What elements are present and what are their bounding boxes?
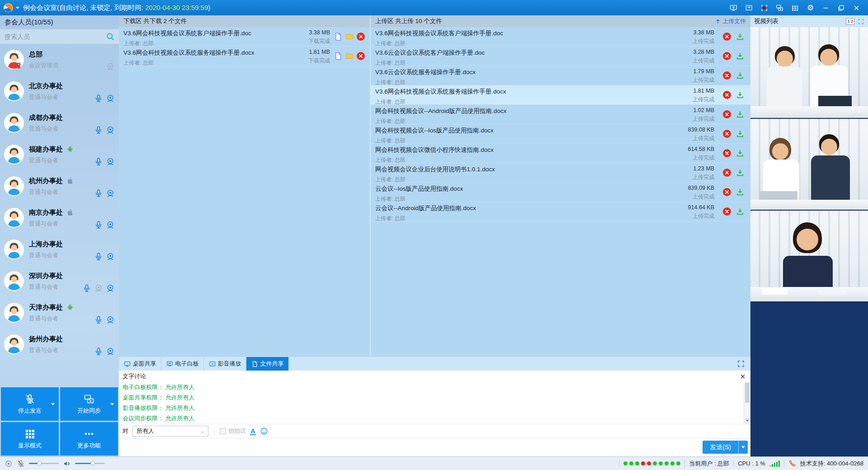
window-mode-icon[interactable] (743, 2, 755, 13)
participant-row[interactable]: 总部 会议管理员 (0, 44, 119, 76)
upload-file-row[interactable]: 网会科技视频会议--Android版产品使用指南.docx 上传者: 总部 1.… (371, 105, 750, 124)
open-file-icon[interactable] (334, 52, 343, 61)
download-file-icon[interactable] (736, 110, 744, 118)
mic-icon[interactable] (94, 94, 103, 103)
remove-file-icon[interactable] (356, 52, 365, 61)
upload-file-row[interactable]: 云会议--Ios版产品使用指南.docx 上传者: 总部 839.09 KB上传… (371, 183, 750, 202)
remove-file-icon[interactable] (722, 168, 731, 177)
maximize-restore-icon[interactable] (835, 2, 847, 13)
expand-panel-icon[interactable] (737, 360, 745, 368)
mic-icon[interactable] (94, 221, 103, 230)
mic-icon[interactable] (94, 315, 103, 324)
button-sync-screens[interactable]: 开始同步 (60, 387, 118, 421)
upload-file-row[interactable]: V3.6网会科技视频会议系统服务端操作手册.docx 上传者: 总部 1.81 … (371, 85, 750, 105)
video-layout-icon[interactable]: 1 2 (846, 18, 854, 25)
upload-file-row[interactable]: 网会科技视频会议--Ios版产品使用指南.docx 上传者: 总部 839.08… (371, 124, 750, 144)
dropdown-caret-icon[interactable] (51, 403, 55, 407)
mic-icon[interactable] (82, 284, 91, 293)
webcam-icon[interactable] (106, 221, 115, 230)
dropdown-caret-icon[interactable] (110, 403, 114, 407)
display-grid-icon[interactable] (789, 2, 801, 13)
send-button[interactable]: 发送(S) (703, 441, 748, 454)
upload-file-button[interactable]: 上传文件 (715, 17, 746, 25)
participant-row[interactable]: 杭州办事处 普通与会者 (0, 171, 119, 202)
download-file-icon[interactable] (736, 188, 744, 196)
button-mic-off[interactable]: 停止发言 (1, 387, 59, 421)
sync-screens-icon[interactable] (774, 2, 786, 13)
search-icon[interactable] (106, 32, 115, 41)
mic-volume-slider[interactable] (29, 463, 59, 464)
remove-file-icon[interactable] (722, 71, 731, 80)
settings-gear-icon[interactable]: ⚙ (804, 2, 816, 13)
mic-icon[interactable] (94, 347, 103, 356)
webcam-off-icon[interactable] (94, 284, 103, 293)
minimize-icon[interactable] (820, 2, 832, 13)
upload-file-row[interactable]: V3.6网会科技视频会议系统客户端操作手册.doc 上传者: 总部 3.38 M… (371, 27, 750, 47)
button-grid[interactable]: 显示模式 (1, 422, 59, 456)
remove-file-icon[interactable] (722, 52, 731, 61)
download-file-icon[interactable] (736, 52, 744, 60)
download-file-icon[interactable] (736, 207, 744, 216)
remove-file-icon[interactable] (356, 32, 365, 41)
remove-file-icon[interactable] (722, 188, 731, 197)
download-file-icon[interactable] (736, 71, 744, 80)
video-expand-icon[interactable] (858, 18, 864, 25)
download-file-icon[interactable] (736, 169, 744, 177)
close-icon[interactable] (850, 2, 863, 13)
download-file-row[interactable]: V3.6网会科技视频会议系统客户端操作手册.doc 上传者: 总部 3.38 M… (119, 27, 370, 47)
menu-caret-icon[interactable] (16, 7, 19, 11)
emoji-icon[interactable] (260, 427, 268, 435)
participant-row[interactable]: 成都办事处 普通与会者 (0, 108, 119, 139)
speaker-icon[interactable] (63, 460, 71, 468)
webcam-icon[interactable] (106, 189, 115, 198)
mic-icon[interactable] (94, 252, 103, 261)
remove-file-icon[interactable] (722, 149, 731, 158)
whisper-checkbox[interactable]: 悄悄话 (220, 427, 246, 435)
upload-file-row[interactable]: 云会议--Android版产品使用指南.docx 上传者: 总部 914.64 … (371, 202, 750, 221)
search-input[interactable] (0, 33, 106, 41)
upload-file-row[interactable]: 网会视频会议企业后台使用说明书1.0.1.docx 上传者: 总部 1.23 M… (371, 163, 750, 183)
participant-row[interactable]: 扬州办事处 普通与会者 (0, 329, 119, 361)
participant-row[interactable]: 北京办事处 普通与会者 (0, 76, 119, 108)
mic-icon[interactable] (94, 157, 103, 166)
chat-close-icon[interactable] (739, 372, 747, 381)
recipient-select[interactable]: 所有人 (132, 426, 208, 437)
download-file-icon[interactable] (736, 33, 744, 41)
screen-share-icon[interactable] (727, 2, 740, 13)
tab-desktop-share[interactable]: 桌面共享 (119, 357, 161, 371)
remove-file-icon[interactable] (722, 90, 731, 99)
upload-file-row[interactable]: V3.6云会议系统服务端操作手册.docx 上传者: 总部 1.79 MB上传完… (371, 66, 750, 85)
record-status-icon[interactable] (5, 460, 13, 468)
mic-muted-icon[interactable] (17, 460, 25, 468)
remove-file-icon[interactable] (722, 32, 731, 41)
participant-row[interactable]: 南京办事处 普通与会者 (0, 202, 119, 234)
webcam-icon[interactable] (106, 284, 115, 293)
webcam-icon[interactable] (106, 157, 115, 166)
tab-file-share[interactable]: 文件共享 (246, 357, 289, 371)
video-thumbnail[interactable] (750, 119, 868, 211)
remove-file-icon[interactable] (722, 110, 731, 119)
speaker-volume-slider[interactable] (75, 463, 105, 464)
download-file-row[interactable]: V3.6网会科技视频会议系统服务端操作手册.docx 上传者: 总部 1.81 … (119, 47, 370, 66)
webcam-off-icon[interactable] (106, 62, 115, 71)
remove-file-icon[interactable] (722, 129, 731, 138)
participant-row[interactable]: 上海办事处 普通与会者 (0, 234, 119, 266)
participant-row[interactable]: 福建办事处 普通与会者 (0, 139, 119, 171)
participant-search[interactable] (0, 29, 119, 44)
record-icon[interactable] (758, 2, 770, 13)
tab-media-play[interactable]: 影音播放 (204, 357, 246, 371)
mic-icon[interactable] (94, 189, 103, 198)
send-options-caret[interactable] (738, 441, 748, 454)
upload-file-row[interactable]: 网会科技视频会议微信小程序快速指南.docx 上传者: 总部 614.58 KB… (371, 144, 750, 163)
participant-row[interactable]: 天津办事处 普通与会者 (0, 297, 119, 329)
webcam-icon[interactable] (106, 252, 115, 261)
open-folder-icon[interactable] (345, 52, 354, 61)
download-file-icon[interactable] (736, 130, 744, 138)
open-file-icon[interactable] (334, 32, 343, 41)
chat-scrollbar[interactable] (744, 382, 750, 424)
checkbox-icon[interactable] (220, 428, 226, 434)
mic-icon[interactable] (94, 126, 103, 135)
button-more-dots[interactable]: 更多功能 (60, 422, 118, 456)
video-thumbnail[interactable] (750, 27, 868, 119)
webcam-icon[interactable] (106, 94, 115, 103)
